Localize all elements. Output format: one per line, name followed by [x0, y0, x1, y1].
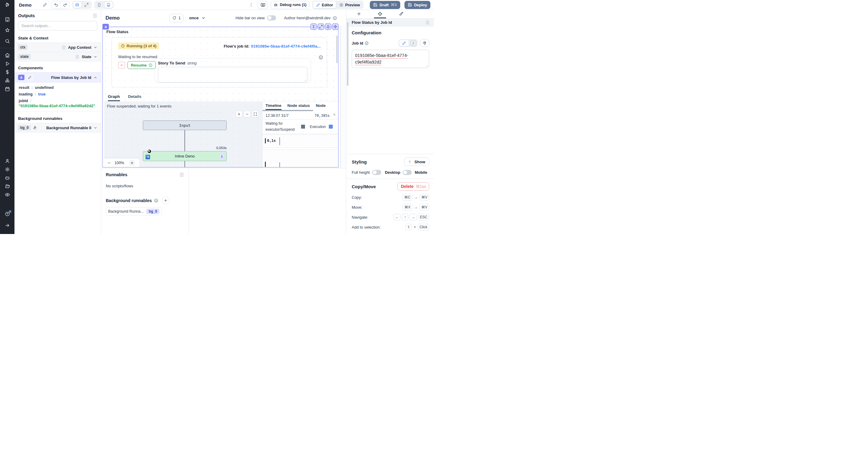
resume-button[interactable]: Resume — [127, 61, 156, 69]
info-icon[interactable] — [318, 55, 323, 60]
folders-icon[interactable] — [5, 183, 10, 189]
chevron-down-icon[interactable] — [93, 55, 97, 59]
state-row[interactable]: state State — [14, 52, 101, 61]
component-a-outputs: result:undefined loading:true jobId:"019… — [14, 82, 101, 111]
ai-robot-icon[interactable] — [5, 175, 10, 180]
component-expand-down-button[interactable] — [310, 24, 317, 30]
timeline-row-1[interactable]: 0,1s — [262, 134, 338, 147]
debug-runs-button[interactable]: Debug runs (1) — [271, 1, 309, 9]
schedule-dropdown[interactable]: once — [189, 16, 206, 20]
theme-tab[interactable] — [395, 10, 407, 19]
job-id-input[interactable]: 0191085e-5baa-81ef-4774-c9ef4f0a92d2 — [352, 50, 429, 68]
tab-details[interactable]: Details — [128, 94, 141, 101]
tab-node-status[interactable]: Node status — [287, 103, 310, 110]
zoom-in-icon[interactable] — [129, 160, 135, 166]
preview-icon — [339, 3, 343, 7]
timeline-scrollbar[interactable] — [262, 110, 313, 111]
undo-button[interactable] — [52, 1, 61, 9]
tab-node[interactable]: Node — [316, 103, 326, 110]
static-mode-button[interactable] — [399, 40, 409, 46]
graph-node-inline-deno[interactable]: TS Inline Deno I — [143, 151, 227, 161]
device-style-toggle[interactable] — [403, 170, 412, 175]
graph-zoom-in-button[interactable] — [236, 111, 242, 118]
desktop-view-button[interactable] — [104, 1, 113, 8]
chevron-down-icon[interactable] — [93, 126, 97, 130]
timeline-row-2[interactable]: ​ — [262, 149, 338, 167]
graph-node-input[interactable]: Input — [143, 121, 227, 130]
schedules-icon[interactable] — [5, 86, 10, 92]
audit-eye-icon[interactable] — [5, 192, 10, 197]
graph-zoom-out-button[interactable] — [244, 111, 250, 118]
resize-handle-icon[interactable] — [426, 64, 428, 67]
tab-timeline[interactable]: Timeline — [266, 103, 281, 110]
component-a-row[interactable]: a Flow Status by Job Id — [14, 72, 101, 82]
runs-icon[interactable] — [5, 61, 10, 66]
favorites-icon[interactable] — [5, 27, 10, 33]
docs-button[interactable] — [258, 1, 268, 9]
selected-component-tab[interactable]: a — [102, 24, 109, 30]
bg-runnable-item[interactable]: Background Runna... bg_0 — [106, 207, 162, 215]
story-textarea[interactable] — [158, 67, 307, 82]
resize-handle-icon[interactable] — [304, 79, 306, 81]
outputs-search-input[interactable] — [22, 24, 94, 28]
panel-doc-icon[interactable] — [179, 172, 184, 177]
chevron-down-icon[interactable] — [93, 45, 97, 49]
kbd-arrow-right: → — [410, 214, 417, 221]
full-height-label: Full height — [352, 170, 370, 175]
flow-status-component[interactable]: Flow Status Running (3 of 4) Flow's job … — [102, 27, 338, 167]
user-icon[interactable] — [5, 158, 10, 164]
ctx-row[interactable]: ctx App Context — [14, 42, 101, 52]
help-icon[interactable] — [5, 211, 10, 216]
home-icon[interactable] — [5, 53, 10, 58]
suspend-message: Flow suspended, waiting for 1 events — [107, 104, 172, 108]
preview-tab[interactable]: Preview — [336, 1, 363, 8]
flow-job-id-link[interactable]: 0191085e-5baa-81ef-4774-c9ef4f0a... — [251, 44, 321, 48]
mobile-view-button[interactable] — [95, 1, 104, 8]
graph-fullscreen-button[interactable] — [252, 111, 258, 118]
execution-tick — [279, 162, 280, 167]
collapse-rail-icon[interactable] — [5, 223, 10, 228]
resources-icon[interactable] — [5, 78, 10, 83]
zoom-out-icon[interactable] — [107, 161, 111, 165]
windmill-logo[interactable] — [0, 0, 14, 10]
settings-gear-icon[interactable] — [5, 167, 10, 172]
add-runnable-button[interactable] — [162, 197, 169, 204]
show-styling-button[interactable]: Show — [404, 158, 429, 166]
delete-button[interactable]: Delete ⌘Del — [398, 182, 429, 191]
redo-button[interactable] — [61, 1, 69, 9]
workspace-icon[interactable] — [5, 16, 10, 22]
component-move-button[interactable] — [332, 24, 338, 30]
expand-layout-button[interactable] — [82, 1, 91, 8]
hide-bar-toggle[interactable] — [267, 15, 276, 21]
connect-input-button[interactable] — [420, 39, 429, 47]
eval-mode-button[interactable]: ƒ — [410, 40, 416, 46]
rename-app-icon[interactable] — [41, 1, 49, 8]
component-anchor-button[interactable] — [325, 24, 331, 30]
search-icon[interactable] — [5, 38, 10, 44]
bg0-row[interactable]: bg_0 Background Runnable 0 — [14, 123, 101, 133]
chevron-up-icon[interactable] — [93, 76, 97, 79]
variables-icon[interactable] — [5, 69, 10, 75]
component-scrollbar[interactable] — [336, 36, 338, 63]
panel-doc-icon[interactable] — [425, 20, 430, 25]
full-height-toggle[interactable] — [372, 170, 381, 175]
edit-id-icon[interactable] — [27, 74, 33, 80]
more-menu-button[interactable] — [247, 1, 255, 8]
refresh-button[interactable]: 1 — [169, 14, 184, 22]
component-settings-tab[interactable] — [374, 10, 386, 19]
settings-scrollbar[interactable] — [347, 22, 348, 86]
info-icon[interactable] — [154, 198, 158, 203]
info-icon[interactable] — [333, 16, 337, 20]
centered-layout-button[interactable] — [73, 1, 82, 8]
insert-component-tab[interactable] — [353, 10, 365, 19]
cancel-button[interactable] — [118, 62, 125, 69]
app-canvas[interactable]: Flow Status Running (3 of 4) Flow's job … — [101, 26, 346, 168]
tab-graph[interactable]: Graph — [108, 94, 120, 101]
draft-button[interactable]: Draft ⌘S — [370, 1, 400, 9]
flow-graph-pane[interactable]: Flow suspended, waiting for 1 events Inp… — [104, 102, 262, 167]
info-icon[interactable] — [365, 41, 369, 45]
panel-doc-icon[interactable] — [93, 13, 97, 18]
component-fullscreen-button[interactable] — [318, 24, 324, 30]
editor-tab[interactable]: Editor — [313, 1, 337, 8]
deploy-button[interactable]: Deploy — [404, 1, 430, 9]
